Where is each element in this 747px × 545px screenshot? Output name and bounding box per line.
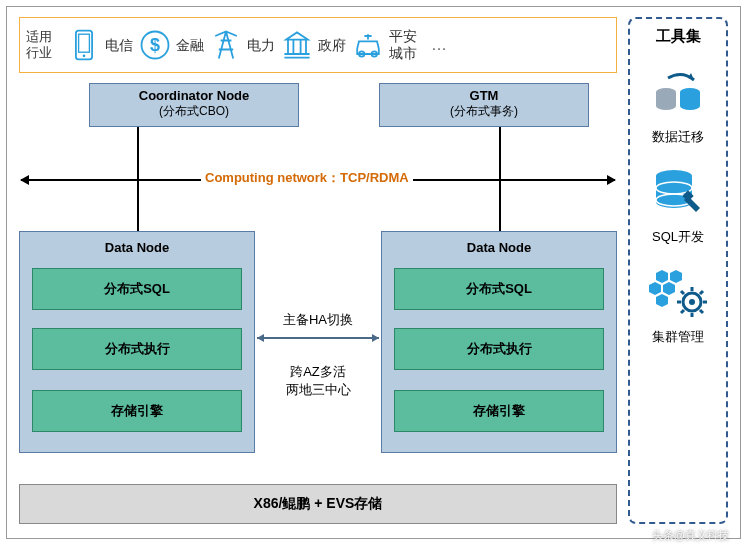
industry-safecity: 平安城市 <box>350 27 417 63</box>
tool-cluster: 集群管理 <box>634 264 722 346</box>
industry-power: 电力 <box>208 27 275 63</box>
svg-point-14 <box>689 299 695 305</box>
architecture-area: Coordinator Node (分布式CBO) GTM (分布式事务) Co… <box>19 83 617 463</box>
data-node-right: Data Node 分布式SQL 分布式执行 存储引擎 <box>381 231 617 453</box>
cluster-icon <box>648 264 708 320</box>
industries-more: … <box>431 36 447 54</box>
industry-telecom: 电信 <box>66 27 133 63</box>
gtm-box: GTM (分布式事务) <box>379 83 589 127</box>
dollar-icon: $ <box>137 27 173 63</box>
industries-label: 适用行业 <box>26 29 62 60</box>
az-label-2: 两地三中心 <box>258 381 378 399</box>
industry-finance: $ 金融 <box>137 27 204 63</box>
layer-sql: 分布式SQL <box>32 268 242 310</box>
industries-row: 适用行业 电信 $ 金融 电力 政府 平安城市 … <box>19 17 617 73</box>
tool-migrate: 数据迁移 <box>634 64 722 146</box>
infra-bar: X86/鲲鹏 + EVS存储 <box>19 484 617 524</box>
data-node-left: Data Node 分布式SQL 分布式执行 存储引擎 <box>19 231 255 453</box>
phone-icon <box>66 27 102 63</box>
govt-icon <box>279 27 315 63</box>
network-label: Computing network：TCP/RDMA <box>201 169 413 187</box>
ha-arrow <box>257 337 379 339</box>
watermark: 头条@真义科技 <box>652 528 729 543</box>
svg-rect-1 <box>79 34 90 52</box>
layer-storage: 存储引擎 <box>394 390 604 432</box>
layer-exec: 分布式执行 <box>394 328 604 370</box>
diagram-frame: 适用行业 电信 $ 金融 电力 政府 平安城市 … Coordinator No… <box>6 6 741 539</box>
layer-exec: 分布式执行 <box>32 328 242 370</box>
tool-sqldev: SQL开发 <box>634 164 722 246</box>
toolset-sidebar: 工具集 数据迁移 SQL开发 集群管理 <box>628 17 728 524</box>
toolset-title: 工具集 <box>634 27 722 46</box>
layer-storage: 存储引擎 <box>32 390 242 432</box>
industry-govt: 政府 <box>279 27 346 63</box>
az-label-1: 跨AZ多活 <box>258 363 378 381</box>
migrate-icon <box>648 64 708 120</box>
svg-point-2 <box>83 54 86 57</box>
layer-sql: 分布式SQL <box>394 268 604 310</box>
svg-text:$: $ <box>150 35 160 55</box>
tower-icon <box>208 27 244 63</box>
sqldev-icon <box>648 164 708 220</box>
coordinator-node-box: Coordinator Node (分布式CBO) <box>89 83 299 127</box>
car-icon <box>350 27 386 63</box>
ha-label: 主备HA切换 <box>258 311 378 329</box>
